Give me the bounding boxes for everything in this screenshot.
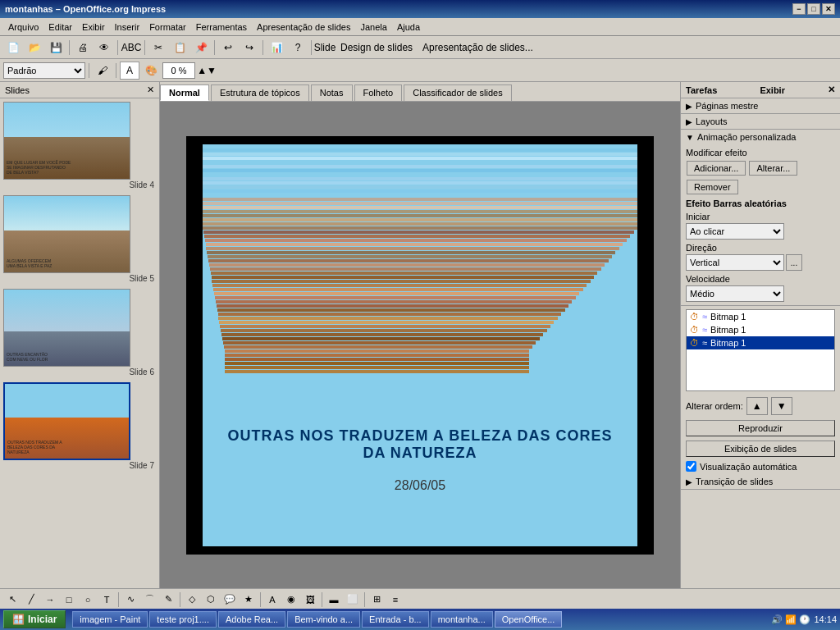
- taskbar-adobe[interactable]: Adobe Rea...: [218, 611, 285, 628]
- callout-btn[interactable]: 💬: [221, 591, 239, 608]
- anim-item-1[interactable]: ⏱ ≈ Bitmap 1: [687, 310, 834, 323]
- taskbar-bv[interactable]: Bem-vindo a...: [287, 611, 360, 628]
- taskbar-paint[interactable]: imagem - Paint: [72, 611, 148, 628]
- slide-thumb-4[interactable]: EM QUE LUGAR EM VOCÊ PODESE IMAGINAR DES…: [3, 102, 130, 180]
- freeform-btn[interactable]: ✎: [159, 591, 177, 608]
- panel-close-btn[interactable]: ✕: [828, 84, 835, 95]
- taskbar-proj[interactable]: teste proj1....: [149, 611, 217, 628]
- copy-btn[interactable]: 📋: [170, 39, 189, 57]
- slides-close-btn[interactable]: ✕: [147, 84, 154, 95]
- direcao-select[interactable]: Vertical: [686, 254, 784, 271]
- animacao-header[interactable]: ▼ Animação personalizada: [681, 130, 840, 144]
- style-dropdown[interactable]: Padrão: [3, 62, 85, 79]
- layouts-header[interactable]: ▶ Layouts: [681, 114, 840, 129]
- help-btn[interactable]: ?: [288, 39, 308, 57]
- anim-item-2[interactable]: ⏱ ≈ Bitmap 1: [687, 323, 834, 336]
- iniciar-select[interactable]: Ao clicar: [686, 223, 784, 240]
- alterar-btn[interactable]: Alterar...: [749, 161, 797, 176]
- start-button[interactable]: 🪟 Iniciar: [3, 610, 66, 628]
- chart-btn[interactable]: 📊: [267, 39, 286, 57]
- menu-editar[interactable]: Editar: [43, 21, 77, 34]
- fontwork-btn[interactable]: A: [263, 591, 281, 608]
- order-down-btn[interactable]: ▼: [771, 397, 792, 415]
- slide-canvas[interactable]: OUTRAS NOS TRADUZEM A BELEZA DAS CORES D…: [186, 136, 654, 555]
- new-btn[interactable]: 📄: [3, 39, 23, 57]
- taskbar-icons: 🔊 📶 🕐: [771, 614, 810, 625]
- slide-item-6[interactable]: OUTRAS ENCANTÃOCOM NEVE OU FLOR Slide 6: [3, 289, 156, 377]
- undo-btn[interactable]: ↩: [218, 39, 238, 57]
- position-btn[interactable]: ⊞: [368, 591, 386, 608]
- menu-arquivo[interactable]: Arquivo: [3, 21, 43, 34]
- apresentacao-btn[interactable]: Apresentação de slides...: [418, 39, 537, 57]
- taskbar-openoffice[interactable]: OpenOffice...: [495, 611, 563, 628]
- arrow-btn[interactable]: →: [41, 591, 59, 608]
- align-btn[interactable]: ≡: [386, 591, 404, 608]
- taskbar-entrada[interactable]: Entrada - b...: [362, 611, 429, 628]
- transicao-header[interactable]: ▶ Transição de slides: [681, 474, 840, 489]
- text-btn[interactable]: T: [98, 591, 116, 608]
- exibicao-btn[interactable]: Exibição de slides: [686, 441, 835, 457]
- save-btn[interactable]: 💾: [46, 39, 66, 57]
- extrusion-btn[interactable]: ⬜: [344, 591, 362, 608]
- close-button[interactable]: ✕: [822, 3, 835, 15]
- rect-btn[interactable]: □: [60, 591, 78, 608]
- minimize-button[interactable]: −: [792, 3, 806, 15]
- zoom-spin-btn[interactable]: ▲▼: [197, 62, 217, 80]
- tab-notas[interactable]: Notas: [311, 84, 353, 101]
- points-btn[interactable]: ◉: [282, 591, 300, 608]
- brush-btn[interactable]: 🖌: [93, 62, 112, 80]
- tab-folheto[interactable]: Folheto: [354, 84, 403, 101]
- color1-btn[interactable]: A: [120, 62, 139, 80]
- shadow-btn[interactable]: ▬: [325, 591, 343, 608]
- open-btn[interactable]: 📂: [25, 39, 44, 57]
- slide-item-5[interactable]: ALGUMAS OFERECEMUMA BELA VISTA E PAZ Sli…: [3, 195, 156, 284]
- paste-btn[interactable]: 📌: [191, 39, 211, 57]
- paginas-header[interactable]: ▶ Páginas mestre: [681, 98, 840, 113]
- slide-thumb-7[interactable]: OUTRAS NOS TRADUZEM ABELEZA DAS CORES DA…: [3, 382, 130, 460]
- exibir-btn[interactable]: Exibir: [760, 85, 785, 95]
- taskbar-montanha[interactable]: montanha...: [431, 611, 493, 628]
- flowchart-btn[interactable]: ⬡: [202, 591, 220, 608]
- maximize-button[interactable]: □: [807, 3, 820, 15]
- menu-ferramentas[interactable]: Ferramentas: [191, 21, 252, 34]
- insert-img-btn[interactable]: 🖼: [301, 591, 319, 608]
- menu-apresentacao[interactable]: Apresentação de slides: [252, 21, 355, 34]
- menu-inserir[interactable]: Inserir: [110, 21, 145, 34]
- slide-item-7[interactable]: OUTRAS NOS TRADUZEM ABELEZA DAS CORES DA…: [3, 382, 156, 471]
- preview-btn[interactable]: 👁: [94, 39, 114, 57]
- spell-btn[interactable]: ABC: [121, 39, 141, 57]
- select-btn[interactable]: ↖: [3, 591, 21, 608]
- star-btn[interactable]: ★: [240, 591, 258, 608]
- slide-thumb-5[interactable]: ALGUMAS OFERECEMUMA BELA VISTA E PAZ: [3, 195, 130, 273]
- tab-normal[interactable]: Normal: [160, 84, 209, 101]
- order-up-btn[interactable]: ▲: [746, 397, 768, 415]
- tab-classificador[interactable]: Classificador de slides: [404, 84, 511, 101]
- curve-btn[interactable]: ∿: [121, 591, 139, 608]
- reproduzir-btn[interactable]: Reproduzir: [686, 420, 835, 436]
- direcao-extra-btn[interactable]: ...: [786, 254, 802, 271]
- slide-label[interactable]: Slide: [315, 39, 335, 57]
- ellipse-btn[interactable]: ○: [79, 591, 97, 608]
- menu-formatar[interactable]: Formatar: [144, 21, 191, 34]
- velocidade-select[interactable]: Médio: [686, 285, 784, 302]
- menu-janela[interactable]: Janela: [355, 21, 391, 34]
- cut-btn[interactable]: ✂: [148, 39, 168, 57]
- alterar-ordem-label: Alterar ordem:: [686, 401, 743, 411]
- slide-item-4[interactable]: EM QUE LUGAR EM VOCÊ PODESE IMAGINAR DES…: [3, 102, 156, 190]
- anim-item-3[interactable]: ⏱ ≈ Bitmap 1: [687, 336, 834, 349]
- visualizacao-checkbox[interactable]: [686, 461, 696, 472]
- redo-btn[interactable]: ↪: [240, 39, 259, 57]
- line-btn[interactable]: ╱: [22, 591, 40, 608]
- shape-btn[interactable]: ◇: [183, 591, 201, 608]
- menu-ajuda[interactable]: Ajuda: [392, 21, 425, 34]
- connector-btn[interactable]: ⌒: [140, 591, 158, 608]
- design-btn[interactable]: Design de slides: [336, 39, 417, 57]
- zoom-input[interactable]: 0 %: [162, 62, 195, 79]
- remover-btn[interactable]: Remover: [687, 180, 738, 194]
- color2-btn[interactable]: 🎨: [141, 62, 161, 80]
- tab-estrutura[interactable]: Estrutura de tópicos: [211, 84, 309, 101]
- slide-thumb-6[interactable]: OUTRAS ENCANTÃOCOM NEVE OU FLOR: [3, 289, 130, 367]
- menu-exibir[interactable]: Exibir: [77, 21, 110, 34]
- adicionar-btn[interactable]: Adicionar...: [687, 161, 746, 176]
- print-btn[interactable]: 🖨: [73, 39, 93, 57]
